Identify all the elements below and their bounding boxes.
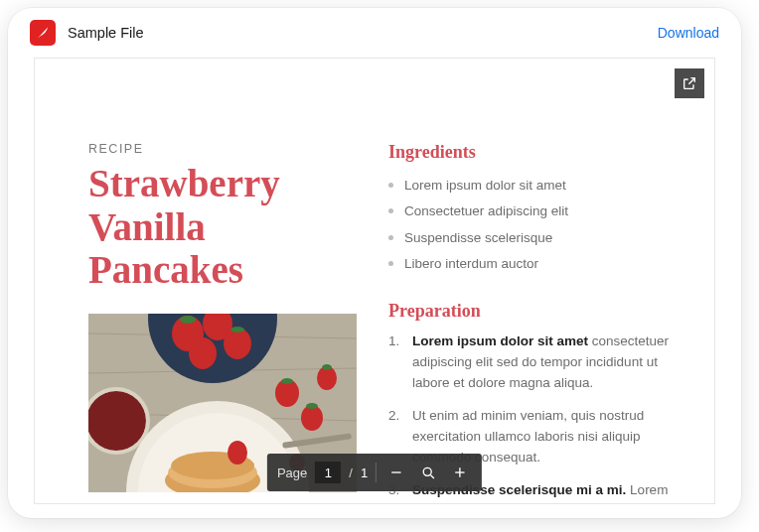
minus-icon (388, 465, 404, 480)
page-label: Page (277, 466, 307, 480)
list-item: Suspendisse scelerisque (388, 225, 681, 251)
page-number-input[interactable] (315, 462, 341, 483)
preparation-heading: Preparation (388, 301, 681, 322)
svg-point-10 (180, 316, 196, 324)
zoom-fit-button[interactable] (416, 461, 440, 484)
page-total: 1 (361, 466, 368, 480)
svg-point-12 (230, 327, 244, 332)
step-head: Lorem ipsum dolor sit amet (412, 333, 588, 348)
external-link-icon (682, 75, 697, 91)
toolbar-divider (376, 463, 377, 482)
file-title: Sample File (68, 25, 658, 41)
svg-point-26 (306, 403, 318, 409)
svg-point-30 (423, 467, 431, 475)
recipe-title: Strawberry Vanilla Pancakes (88, 162, 357, 292)
page-toolbar: Page / 1 (267, 454, 482, 491)
right-column: Ingredients Lorem ipsum dolor sit amet C… (388, 142, 681, 503)
page-separator: / (349, 466, 353, 480)
svg-point-27 (322, 364, 332, 370)
magnifier-icon (420, 465, 436, 480)
document-page: RECIPE Strawberry Vanilla Pancakes (35, 59, 714, 503)
app-window: Sample File Download RECIPE Strawberry V… (8, 8, 741, 518)
recipe-eyebrow: RECIPE (88, 142, 357, 156)
zoom-in-button[interactable] (448, 461, 472, 484)
ingredients-heading: Ingredients (388, 142, 681, 163)
pdf-viewer: RECIPE Strawberry Vanilla Pancakes (34, 58, 715, 504)
ingredients-list: Lorem ipsum dolor sit amet Consectetuer … (388, 173, 681, 277)
svg-point-20 (228, 441, 247, 465)
download-link[interactable]: Download (658, 25, 719, 41)
list-item: Lorem ipsum dolor sit amet consectetuer … (388, 332, 681, 394)
list-item: Consectetuer adipiscing elit (388, 199, 681, 224)
expand-button[interactable] (675, 68, 704, 98)
svg-line-31 (431, 475, 434, 478)
plus-icon (452, 465, 468, 480)
svg-point-9 (189, 337, 217, 369)
zoom-out-button[interactable] (384, 461, 408, 484)
svg-point-25 (281, 378, 293, 384)
list-item: Libero interdum auctor (388, 251, 681, 277)
topbar: Sample File Download (8, 8, 741, 58)
svg-point-13 (88, 391, 146, 451)
pdf-icon (30, 20, 56, 46)
left-column: RECIPE Strawberry Vanilla Pancakes (88, 142, 357, 503)
list-item: Lorem ipsum dolor sit amet (388, 173, 681, 199)
